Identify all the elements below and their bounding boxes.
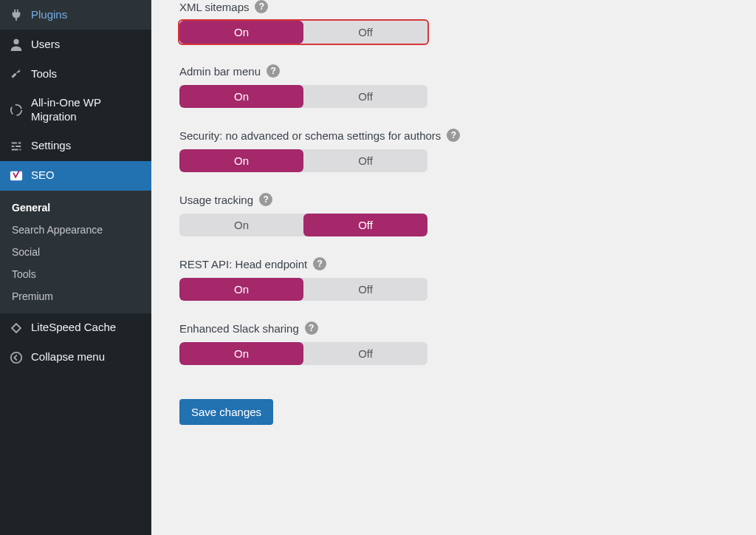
toggle-on-option[interactable]: On [179, 278, 303, 301]
sidebar-item-wp-migration[interactable]: All-in-One WP Migration [0, 89, 151, 132]
toggle-off-option[interactable]: Off [303, 85, 427, 108]
help-icon[interactable] [313, 257, 326, 270]
sidebar-item-plugins[interactable]: Plugins [0, 0, 151, 30]
sidebar-item-users[interactable]: Users [0, 30, 151, 59]
admin-sidebar: Plugins Users Tools All-in-One WP Migrat… [0, 0, 151, 535]
submenu-item-general[interactable]: General [0, 197, 151, 219]
sidebar-item-label: Plugins [31, 8, 67, 22]
sidebar-item-settings[interactable]: Settings [0, 132, 151, 161]
toggle-security-authors: On Off [179, 149, 427, 172]
help-icon[interactable] [259, 193, 272, 206]
setting-label-text: REST API: Head endpoint [179, 258, 307, 270]
help-icon[interactable] [447, 129, 460, 142]
sidebar-item-litespeed[interactable]: LiteSpeed Cache [0, 313, 151, 343]
help-icon[interactable] [305, 321, 318, 335]
toggle-on-option[interactable]: On [179, 342, 303, 365]
sidebar-item-label: LiteSpeed Cache [31, 321, 116, 335]
toggle-on-option[interactable]: On [179, 214, 303, 236]
setting-rest-api-head: REST API: Head endpoint On Off [179, 257, 756, 301]
svg-point-0 [13, 39, 18, 44]
sidebar-item-label: All-in-One WP Migration [31, 96, 142, 124]
sliders-icon [9, 139, 24, 154]
yoast-icon [9, 168, 24, 183]
plug-icon [9, 7, 24, 22]
toggle-xml-sitemaps: On Off [179, 21, 427, 44]
sidebar-item-label: Collapse menu [31, 350, 105, 364]
setting-label-text: XML sitemaps [179, 1, 249, 13]
setting-slack-sharing: Enhanced Slack sharing On Off [179, 321, 756, 365]
setting-label-text: Usage tracking [179, 194, 253, 206]
seo-submenu: General Search Appearance Social Tools P… [0, 191, 151, 313]
submenu-item-tools[interactable]: Tools [0, 263, 151, 285]
toggle-off-option[interactable]: Off [303, 342, 427, 365]
save-changes-button[interactable]: Save changes [179, 399, 273, 425]
toggle-off-option[interactable]: Off [303, 21, 427, 44]
help-icon[interactable] [267, 64, 280, 78]
help-icon[interactable] [255, 0, 268, 13]
setting-security-authors: Security: no advanced or schema settings… [179, 129, 756, 172]
user-icon [9, 37, 24, 52]
setting-label-text: Enhanced Slack sharing [179, 322, 299, 335]
sidebar-item-label: SEO [31, 168, 55, 183]
sidebar-item-label: Users [31, 38, 60, 52]
submenu-item-premium[interactable]: Premium [0, 285, 151, 307]
toggle-off-option[interactable]: Off [303, 149, 427, 172]
setting-usage-tracking: Usage tracking On Off [179, 193, 756, 236]
toggle-usage-tracking: On Off [179, 214, 427, 236]
toggle-on-option[interactable]: On [179, 149, 303, 172]
setting-xml-sitemaps: XML sitemaps On Off [179, 0, 756, 44]
spinner-icon [9, 103, 24, 117]
sidebar-item-tools[interactable]: Tools [0, 59, 151, 89]
toggle-slack-sharing: On Off [179, 342, 427, 365]
diamond-icon [9, 321, 24, 335]
toggle-off-option[interactable]: Off [303, 278, 427, 301]
wrench-icon [9, 67, 24, 81]
submenu-item-search-appearance[interactable]: Search Appearance [0, 219, 151, 241]
toggle-admin-bar-menu: On Off [179, 85, 427, 108]
setting-label-text: Security: no advanced or schema settings… [179, 129, 441, 142]
toggle-off-option[interactable]: Off [303, 214, 427, 236]
collapse-menu-button[interactable]: Collapse menu [0, 343, 151, 372]
settings-panel: XML sitemaps On Off Admin bar menu On Of… [151, 0, 756, 535]
toggle-on-option[interactable]: On [179, 85, 303, 108]
sidebar-item-label: Settings [31, 139, 71, 153]
sidebar-item-label: Tools [31, 67, 57, 81]
submenu-item-social[interactable]: Social [0, 241, 151, 263]
svg-point-3 [11, 352, 21, 362]
sidebar-item-seo[interactable]: SEO [0, 161, 151, 191]
svg-point-1 [11, 105, 21, 115]
setting-label-text: Admin bar menu [179, 65, 261, 78]
toggle-rest-api-head: On Off [179, 278, 427, 301]
setting-admin-bar-menu: Admin bar menu On Off [179, 64, 756, 108]
toggle-on-option[interactable]: On [179, 21, 303, 44]
collapse-icon [9, 350, 24, 365]
